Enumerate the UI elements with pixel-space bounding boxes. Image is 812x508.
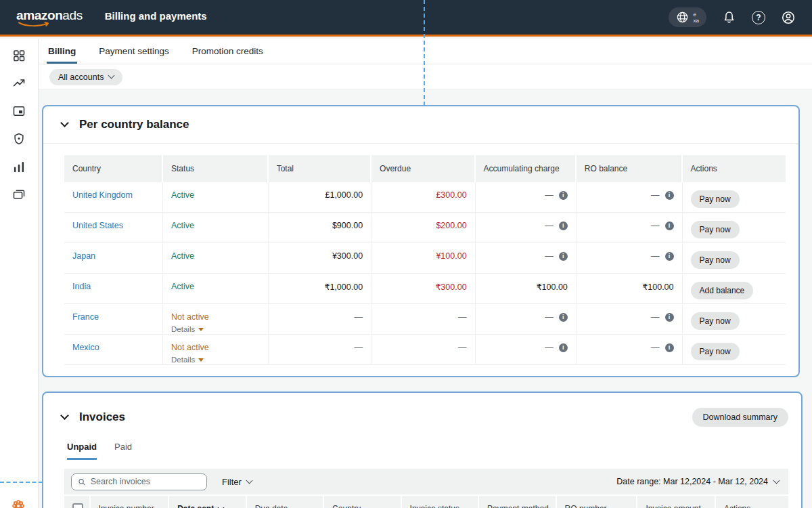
table-cell: India [64,274,163,304]
column-label: Due date [255,504,288,508]
invoices-tab-unpaid[interactable]: Unpaid [67,442,97,460]
details-label: Details [171,356,195,364]
help-button[interactable]: ? [752,11,765,24]
triangle-down-icon [198,328,204,331]
table-cell: Not activeDetails [163,304,269,335]
all-accounts-dropdown[interactable]: All accounts [49,69,122,85]
collapse-chevron-icon[interactable] [60,119,69,127]
info-icon[interactable]: i [665,252,674,261]
info-icon[interactable]: i [559,191,568,200]
info-icon[interactable]: i [559,343,568,352]
table-cell: Pay now [683,304,786,335]
search-invoices-box[interactable] [71,473,207,490]
sidebar-item-reports[interactable] [12,160,26,173]
tab-payment-settings[interactable]: Payment settings [97,39,171,64]
column-header-accumulating-charge: Accumulating charge [476,155,577,182]
table-cell: £300.00 [371,182,476,213]
page-title: Billing and payments [105,10,207,22]
status-text: Active [171,221,260,230]
pay-now-button[interactable]: Pay now [691,251,740,269]
overdue-amount: £300.00 [436,190,466,200]
column-header-date-sent[interactable]: Date sent [169,496,246,508]
country-link[interactable]: United States [72,221,123,230]
select-all-checkbox[interactable] [72,503,83,508]
country-balance-row: JapanActive¥300.00¥100.00—i—iPay now [64,243,786,274]
sidebar-item-dashboard[interactable] [12,49,26,62]
details-toggle[interactable]: Details [171,325,260,333]
pay-now-button[interactable]: Pay now [691,343,740,360]
invoices-tab-bar: UnpaidPaid [43,442,801,460]
country-link[interactable]: Mexico [72,343,99,352]
sidebar-item-performance[interactable] [12,77,26,90]
invoices-tab-paid[interactable]: Paid [114,442,132,460]
tab-billing[interactable]: Billing [47,39,77,64]
column-header-country: Country [64,155,163,182]
sort-chevron-icon [218,504,225,508]
sidebar-item-brand-safety[interactable] [12,132,26,146]
account-button[interactable] [781,10,796,25]
account-filter-row: All accounts [39,64,812,90]
amazon-ads-logo[interactable]: amazonads [16,8,83,27]
info-icon[interactable]: i [559,252,568,261]
column-label: Invoice amount [646,504,700,508]
main-content: BillingPayment settingsPromotion credits… [39,39,812,508]
search-invoices-input[interactable] [91,477,200,486]
notifications-button[interactable] [722,10,736,24]
amount: ₹100.00 [537,282,568,292]
info-icon[interactable]: i [665,313,674,322]
sidebar-item-creatives[interactable] [12,188,26,201]
country-link[interactable]: India [72,282,91,291]
date-range-label: Date range: Mar 12,2024 - Mar 12, 2024 [616,477,768,486]
info-icon[interactable]: i [665,343,674,352]
country-link[interactable]: France [72,312,99,322]
collapse-chevron-icon[interactable] [60,411,69,420]
left-navigation-rail [0,39,39,508]
status-text: Not active [171,312,260,322]
annotation-horizontal-dashed-line [0,482,43,483]
shield-icon [12,132,26,146]
pay-now-button[interactable]: Pay now [691,221,740,238]
filter-dropdown[interactable]: Filter [222,477,252,487]
table-cell: Japan [64,243,163,274]
info-icon[interactable]: i [559,221,568,230]
country-link[interactable]: Japan [72,251,95,261]
search-icon [78,478,86,486]
column-label: RO number [565,504,607,508]
media-icon [12,188,26,201]
table-cell: —i [577,213,683,243]
info-icon[interactable]: i [665,191,674,200]
add-balance-button[interactable]: Add balance [691,282,754,299]
column-label: Payment method [487,504,549,508]
country-link[interactable]: United Kingdom [72,190,133,200]
info-icon[interactable]: i [665,221,674,230]
table-cell: Not activeDetails [163,335,269,365]
column-label: Invoice number [99,504,154,508]
amount: ₹1,000.00 [324,282,363,292]
table-cell: United States [64,213,163,243]
overdue-amount: ₹300.00 [435,282,466,292]
pay-now-button[interactable]: Pay now [691,190,740,208]
top-navigation-bar: amazonads Billing and payments e xa [0,0,812,37]
invoices-header: Invoices Download summary [43,393,801,427]
table-cell: —i [476,243,577,274]
download-summary-button[interactable]: Download summary [692,408,788,427]
tab-promotion-credits[interactable]: Promotion credits [191,39,265,64]
date-range-dropdown[interactable]: Date range: Mar 12,2024 - Mar 12, 2024 [616,477,782,486]
overdue-amount: $200.00 [436,221,466,230]
sidebar-item-billing[interactable] [12,104,26,118]
table-cell: —i [577,304,683,335]
table-cell: —i [476,182,577,213]
column-header-payment-method: Payment method [479,496,556,508]
chevron-down-icon [108,72,115,79]
details-toggle[interactable]: Details [171,356,260,364]
table-cell: —i [577,335,683,365]
table-cell: ₹300.00 [371,274,476,304]
language-selector[interactable]: e xa [669,7,706,27]
table-cell: $900.00 [269,213,371,243]
home-flower-icon[interactable] [11,499,26,508]
empty-value-dash: — [545,221,554,230]
pay-now-button[interactable]: Pay now [691,312,740,330]
info-icon[interactable]: i [559,313,568,322]
empty-value-dash: — [651,190,660,200]
table-cell: ₹100.00 [577,274,683,304]
